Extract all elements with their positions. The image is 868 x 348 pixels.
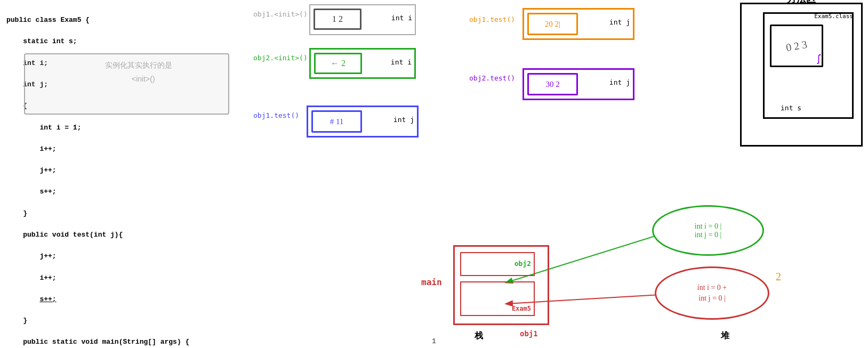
code-line-10: } — [6, 209, 27, 217]
obj1-test10-frame: # 11 int j — [307, 106, 419, 137]
code-line-7: i++; — [6, 145, 57, 153]
exam5-class-label: Exam5.class — [814, 13, 853, 20]
annotation-text1: 实例化其实执行的是 — [105, 61, 172, 70]
obj1-test20-label: obj1.test() — [469, 15, 515, 25]
code-line-12: j++; — [6, 252, 57, 260]
int-s-label: int s — [781, 104, 801, 112]
code-line-11: public void test(int j){ — [6, 231, 123, 239]
obj2-init-label: obj2.<init>() — [253, 53, 308, 63]
obj1-test10-inner: # 11 — [311, 110, 362, 133]
heap-obj2-line2: int j = 0 | — [698, 294, 725, 303]
code-line-9: s++; — [6, 188, 57, 196]
code-line-16: public static void main(String[] args) { — [6, 338, 189, 346]
obj2-stack-label: obj2 — [515, 260, 531, 268]
obj1-test20-inner: 20 2| — [527, 13, 578, 35]
obj1-init-frame: 1 2 int i — [309, 4, 416, 35]
obj1-init-label: obj1.<init>() — [253, 10, 308, 19]
obj2-test-frame: 30 2 int j — [523, 68, 634, 100]
code-line-13: i++; — [6, 274, 57, 282]
obj1-test20-frame: 20 2| int j — [523, 8, 634, 40]
heap-obj2-circle: int i = 0 + int j = 0 | 2 — [655, 266, 769, 320]
code-line-1: public class Exam5 { — [6, 16, 90, 24]
annotation-box: 实例化其实执行的是 <init>() — [24, 53, 229, 115]
method-area-title: 方法区 — [787, 0, 816, 5]
heap-obj2-line1: int i = 0 + — [697, 284, 727, 292]
obj1-init-inner: 1 2 — [314, 9, 361, 30]
code-line-15: } — [6, 317, 27, 325]
obj1-stack-slot: Exam5 — [460, 281, 535, 316]
stack-box: obj2 Exam5 — [453, 245, 549, 325]
code-panel: public class Exam5 { static int s; int i… — [0, 0, 224, 348]
code-line-8: j++; — [6, 166, 57, 174]
annotation-text2: <init>() — [132, 75, 155, 83]
stack-title: 栈 — [475, 330, 483, 342]
obj1-bottom-label: obj1 — [520, 329, 538, 338]
obj2-init-frame: ← 2 int i — [309, 48, 416, 79]
heap-obj1-line2: int j = 0 | — [695, 231, 721, 239]
exam5-class-box: Exam5.class 0 2 3 ʃ int s — [763, 12, 854, 119]
obj2-test-label: obj2.test() — [469, 74, 515, 83]
code-line-6: int i = 1; — [6, 124, 81, 132]
heap-title: 堆 — [721, 330, 729, 342]
method-inner-box: 0 2 3 ʃ — [770, 25, 823, 67]
exam5-stack-label: Exam5 — [512, 305, 531, 312]
code-line-14: s++; — [6, 295, 57, 303]
page-number: 1 — [432, 337, 436, 345]
main-label: main — [421, 277, 442, 287]
diagram-area: obj1.<init>() 1 2 int i obj2.<init>() ← … — [224, 0, 868, 348]
method-area-box: 方法区 Exam5.class 0 2 3 ʃ int s — [740, 3, 863, 147]
obj1-test10-label: obj1.test() — [253, 111, 299, 120]
obj2-init-inner: ← 2 — [314, 53, 362, 74]
code-line-2: static int s; — [6, 37, 77, 45]
obj2-stack-slot: obj2 — [460, 252, 535, 276]
heap-obj1-line1: int i = 0 | — [695, 222, 721, 231]
heap-obj1-circle: int i = 0 | int j = 0 | — [652, 205, 764, 256]
obj2-test-inner: 30 2 — [527, 73, 578, 95]
